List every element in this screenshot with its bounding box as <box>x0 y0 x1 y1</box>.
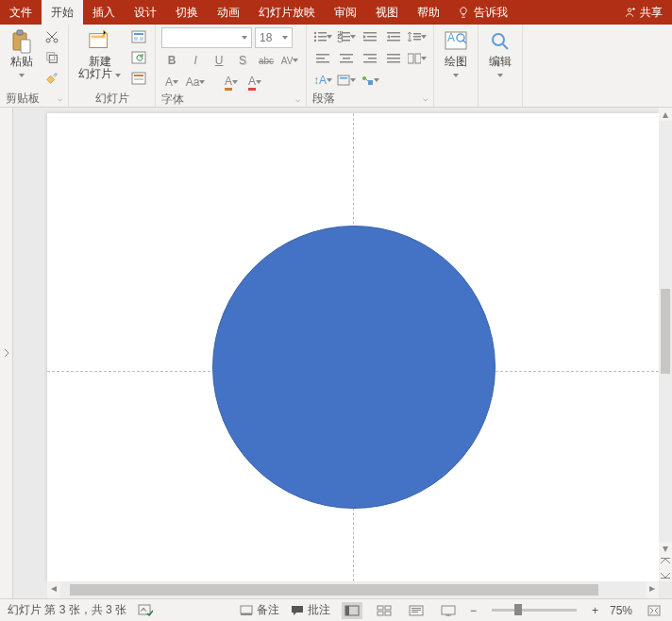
slide-canvas-area[interactable]: ▴ ▾ ◂ ▸ <box>13 108 672 598</box>
group-slides: 新建幻灯片 幻灯片 <box>69 25 156 107</box>
tab-view[interactable]: 视图 <box>366 0 408 25</box>
spellcheck-icon[interactable] <box>138 604 153 617</box>
slide[interactable] <box>47 113 659 581</box>
new-slide-button[interactable]: 新建幻灯片 <box>75 27 125 82</box>
comments-button[interactable]: 批注 <box>291 602 330 618</box>
svg-point-18 <box>314 32 316 34</box>
normal-view-button[interactable] <box>342 602 362 619</box>
scroll-up-button[interactable]: ▴ <box>659 108 672 121</box>
copy-button[interactable] <box>42 48 62 67</box>
prev-slide-button[interactable] <box>659 555 672 568</box>
comments-label: 批注 <box>308 602 330 618</box>
font-color-button[interactable]: A <box>244 73 265 92</box>
ribbon: 粘贴 剪贴板⌵ 新建幻灯片 幻灯片 <box>0 25 672 108</box>
svg-rect-17 <box>134 78 143 80</box>
paste-icon <box>9 29 34 54</box>
scroll-right-button[interactable]: ▸ <box>646 581 659 595</box>
hscroll-thumb[interactable] <box>70 584 598 596</box>
layout-button[interactable] <box>128 27 149 46</box>
numbering-button[interactable]: 123 <box>336 27 357 46</box>
zoom-level[interactable]: 75% <box>610 604 632 617</box>
reset-button[interactable] <box>128 48 149 67</box>
tab-design[interactable]: 设计 <box>125 0 166 25</box>
tab-help[interactable]: 帮助 <box>408 0 449 25</box>
indent-dec-button[interactable] <box>360 27 380 46</box>
align-left-button[interactable] <box>312 49 333 68</box>
svg-rect-13 <box>140 37 143 41</box>
font-name-combo[interactable] <box>161 27 252 48</box>
fit-window-button[interactable] <box>644 602 664 619</box>
font-label: 字体 <box>161 92 184 108</box>
indent-inc-button[interactable] <box>383 27 404 46</box>
cut-button[interactable] <box>42 27 62 46</box>
sorter-view-button[interactable] <box>374 602 395 619</box>
strike-button[interactable]: abc <box>256 51 277 70</box>
shape-circle[interactable] <box>212 226 496 509</box>
drawing-button[interactable]: A 绘图 <box>440 27 472 82</box>
shadow-button[interactable]: S <box>232 51 253 70</box>
zoom-in-button[interactable]: + <box>592 604 598 617</box>
char-spacing-button[interactable]: AV <box>279 51 300 70</box>
svg-point-20 <box>314 36 316 38</box>
align-right-button[interactable] <box>360 49 380 68</box>
next-slide-button[interactable] <box>659 568 672 581</box>
align-text-button[interactable] <box>336 71 357 90</box>
group-font: 18 B I U S abc AV A Aa A A 字体⌵ <box>156 25 307 107</box>
svg-text:↕A: ↕A <box>313 75 327 86</box>
text-direction-button[interactable]: ↕A <box>312 71 333 90</box>
editing-button[interactable]: 编辑 <box>484 27 516 82</box>
group-drawing: A 绘图 <box>434 25 479 107</box>
new-slide-l2: 幻灯片 <box>78 67 112 80</box>
scroll-left-button[interactable]: ◂ <box>47 581 60 595</box>
reading-view-button[interactable] <box>406 602 427 619</box>
italic-button[interactable]: I <box>185 51 206 70</box>
svg-point-61 <box>493 34 504 45</box>
vertical-scrollbar[interactable]: ▴ ▾ <box>659 108 672 581</box>
font-size-combo[interactable]: 18 <box>255 27 293 48</box>
tab-transitions[interactable]: 切换 <box>166 0 208 25</box>
zoom-out-button[interactable]: − <box>470 604 477 617</box>
line-spacing-button[interactable] <box>407 27 428 46</box>
svg-rect-21 <box>318 36 327 38</box>
svg-rect-44 <box>340 61 353 63</box>
slide-counter: 幻灯片 第 3 张，共 3 张 <box>8 602 126 618</box>
vscroll-thumb[interactable] <box>661 289 670 374</box>
thumbnails-collapse[interactable] <box>0 108 13 598</box>
tab-animations[interactable]: 动画 <box>208 0 249 25</box>
align-center-button[interactable] <box>336 49 357 68</box>
underline-button[interactable]: U <box>209 51 229 70</box>
increase-font-button[interactable]: A <box>161 73 182 92</box>
share-button[interactable]: 共享 <box>613 0 672 25</box>
format-painter-button[interactable] <box>42 69 62 88</box>
bold-button[interactable]: B <box>161 51 182 70</box>
section-button[interactable] <box>128 69 149 88</box>
tab-slideshow[interactable]: 幻灯片放映 <box>249 0 325 25</box>
tell-me[interactable]: 告诉我 <box>449 0 515 25</box>
scroll-down-button[interactable]: ▾ <box>659 542 672 555</box>
svg-rect-12 <box>134 37 138 41</box>
svg-rect-39 <box>316 54 329 56</box>
tab-review[interactable]: 审阅 <box>325 0 366 25</box>
change-case-button[interactable]: Aa <box>185 73 206 92</box>
svg-text:A: A <box>447 31 455 44</box>
tab-home[interactable]: 开始 <box>42 0 83 25</box>
tab-file[interactable]: 文件 <box>0 0 42 25</box>
svg-rect-36 <box>413 33 421 35</box>
zoom-slider[interactable] <box>492 609 577 612</box>
bullets-button[interactable] <box>312 27 333 46</box>
columns-button[interactable] <box>407 49 428 68</box>
drawing-label: 绘图 <box>445 55 467 68</box>
tab-insert[interactable]: 插入 <box>83 0 125 25</box>
svg-rect-34 <box>391 36 400 38</box>
drawing-icon: A <box>444 29 468 54</box>
justify-button[interactable] <box>383 49 404 68</box>
svg-rect-30 <box>363 32 377 34</box>
slideshow-view-button[interactable] <box>438 602 459 619</box>
clear-format-button[interactable]: A <box>221 73 242 92</box>
zoom-knob[interactable] <box>514 604 522 615</box>
paste-button[interactable]: 粘贴 <box>6 27 38 82</box>
svg-rect-37 <box>413 36 421 38</box>
notes-button[interactable]: 备注 <box>240 602 279 618</box>
smartart-button[interactable] <box>360 71 380 90</box>
horizontal-scrollbar[interactable]: ◂ ▸ <box>47 581 659 598</box>
